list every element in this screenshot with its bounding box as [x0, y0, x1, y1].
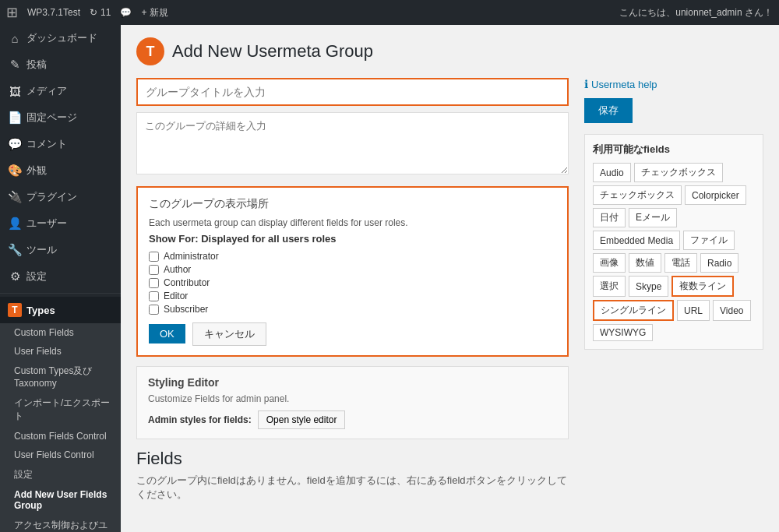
page-title: Add New Usermeta Group: [172, 41, 373, 62]
save-button[interactable]: 保存: [584, 98, 633, 123]
sidebar-item-comments[interactable]: 💬 コメント: [0, 131, 121, 157]
field-btn-colorpicker[interactable]: Colorpicker: [685, 185, 746, 205]
sidebar-item-settings[interactable]: ⚙ 設定: [0, 263, 121, 290]
field-btn-checkbox1[interactable]: チェックボックス: [634, 163, 723, 182]
fields-desc: このグループ内にfieldはありません。fieldを追加するには、右にあるfie…: [136, 474, 569, 502]
checkbox-author[interactable]: Author: [149, 264, 556, 275]
main-column: このグループの表示場所 Each usermeta group can disp…: [136, 78, 569, 502]
show-for-label: Show For: Displayed for all users roles: [149, 233, 556, 245]
pages-icon: 📄: [8, 111, 22, 125]
field-btn-date[interactable]: 日付: [593, 208, 626, 227]
content-wrap-inner: T Add New Usermeta Group このグループの表示場所 Eac…: [121, 25, 779, 514]
submenu-add-new-group[interactable]: Add New User FieldsGroup: [0, 485, 121, 515]
field-btn-file[interactable]: ファイル: [683, 231, 735, 250]
types-icon: T: [8, 303, 22, 317]
types-menu-title[interactable]: T Types: [0, 297, 121, 323]
media-icon: 🖼: [8, 85, 22, 98]
submenu-settings[interactable]: 設定: [0, 464, 121, 485]
display-box-title: このグループの表示場所: [149, 197, 556, 211]
submenu-custom-fields-control[interactable]: Custom Fields Control: [0, 427, 121, 446]
checkbox-contributor-input[interactable]: [149, 278, 159, 288]
sidebar-item-dashboard[interactable]: ⌂ ダッシュボード: [0, 25, 121, 51]
checkbox-editor[interactable]: Editor: [149, 291, 556, 301]
field-btn-url[interactable]: URL: [677, 300, 710, 321]
sidebar-item-media[interactable]: 🖼 メディア: [0, 78, 121, 104]
wp-logo-icon[interactable]: ⊞: [6, 4, 18, 21]
posts-icon: ✎: [8, 58, 22, 72]
field-btn-wysiwyg[interactable]: WYSIWYG: [593, 324, 653, 341]
new-content[interactable]: + 新規: [141, 6, 167, 19]
fields-heading: Fields: [136, 449, 569, 469]
field-btn-radio[interactable]: Radio: [700, 253, 738, 273]
checkbox-administrator[interactable]: Administrator: [149, 251, 556, 262]
submenu-user-fields[interactable]: User Fields: [0, 342, 121, 361]
available-fields-box: 利用可能なfields Audio チェックボックス チェックボックス Colo…: [584, 134, 763, 350]
admin-greeting: こんにちは、unionnet_admin さん！: [619, 6, 773, 19]
ok-button[interactable]: OK: [149, 324, 185, 344]
page-title-area: T Add New Usermeta Group: [136, 37, 763, 65]
field-btn-video[interactable]: Video: [713, 300, 750, 321]
comments-icon[interactable]: 💬: [120, 7, 132, 18]
appearance-icon: 🎨: [8, 164, 22, 178]
admin-bar: ⊞ WP3.7.1Test ↻ 11 💬 + 新規 こんにちは、unionnet…: [0, 0, 779, 25]
updates-count[interactable]: ↻ 11: [90, 7, 111, 18]
styling-editor-title: Styling Editor: [148, 376, 557, 389]
group-desc-textarea[interactable]: [136, 112, 569, 174]
styling-editor-row: Admin styles for fields: Open style edit…: [148, 410, 557, 429]
types-section: T Types Custom Fields User Fields Custom…: [0, 297, 121, 532]
field-btn-email[interactable]: Eメール: [629, 208, 677, 227]
menu-separator: [0, 293, 121, 294]
field-btn-singleline[interactable]: シングルライン: [593, 300, 674, 321]
styling-editor-row-label: Admin styles for fields:: [148, 414, 252, 425]
page-title-icon: T: [136, 37, 164, 65]
submenu-custom-fields[interactable]: Custom Fields: [0, 323, 121, 342]
right-sidebar: ℹ Usermeta help 保存 利用可能なfields Audio チェッ…: [584, 78, 763, 350]
help-link[interactable]: ℹ Usermeta help: [584, 78, 763, 90]
styling-editor-box: Styling Editor Customize Fields for admi…: [136, 366, 569, 439]
field-btn-skype[interactable]: Skype: [629, 276, 668, 297]
styling-editor-desc: Customize Fields for admin panel.: [148, 393, 557, 404]
dashboard-icon: ⌂: [8, 32, 22, 45]
display-box-desc: Each usermeta group can display differen…: [149, 217, 556, 228]
field-btn-image[interactable]: 画像: [593, 253, 626, 273]
main-content: T Add New Usermeta Group このグループの表示場所 Eac…: [121, 25, 779, 532]
cancel-button[interactable]: キャンセル: [192, 322, 266, 346]
sidebar-item-pages[interactable]: 📄 固定ページ: [0, 104, 121, 131]
field-buttons-container: Audio チェックボックス チェックボックス Colorpicker 日付 E…: [593, 163, 755, 341]
display-location-box: このグループの表示場所 Each usermeta group can disp…: [136, 186, 569, 357]
sidebar-item-plugins[interactable]: 🔌 プラグイン: [0, 184, 121, 210]
content-layout: このグループの表示場所 Each usermeta group can disp…: [136, 78, 763, 502]
sidebar-item-users[interactable]: 👤 ユーザー: [0, 210, 121, 237]
plugins-icon: 🔌: [8, 190, 22, 204]
submenu-user-fields-control[interactable]: User Fields Control: [0, 446, 121, 464]
open-style-editor-button[interactable]: Open style editor: [258, 410, 346, 429]
help-icon: ℹ: [584, 78, 588, 90]
field-btn-embedded-media[interactable]: Embedded Media: [593, 231, 680, 250]
field-btn-multiline[interactable]: 複数ライン: [671, 276, 734, 297]
checkbox-administrator-input[interactable]: [149, 252, 159, 262]
field-btn-audio[interactable]: Audio: [593, 163, 631, 182]
field-btn-number[interactable]: 数値: [629, 253, 661, 273]
comments-menu-icon: 💬: [8, 137, 22, 151]
admin-sidebar: ⌂ ダッシュボード ✎ 投稿 🖼 メディア 📄 固定ページ 💬 コメント 🎨 外…: [0, 25, 121, 532]
field-btn-select[interactable]: 選択: [593, 276, 626, 297]
submenu-import-export[interactable]: インポート/エクスポート: [0, 393, 121, 427]
settings-icon: ⚙: [8, 270, 22, 284]
sidebar-item-tools[interactable]: 🔧 ツール: [0, 237, 121, 263]
sidebar-item-appearance[interactable]: 🎨 外観: [0, 157, 121, 184]
group-title-input[interactable]: [136, 78, 569, 106]
admin-bar-items: WP3.7.1Test ↻ 11 💬 + 新規: [27, 6, 619, 19]
checkbox-contributor[interactable]: Contributor: [149, 277, 556, 288]
users-icon: 👤: [8, 217, 22, 231]
submenu-custom-types[interactable]: Custom Types及びTaxonomy: [0, 361, 121, 393]
field-btn-checkbox2[interactable]: チェックボックス: [593, 185, 682, 205]
field-btn-phone[interactable]: 電話: [664, 253, 697, 273]
submenu-access-control[interactable]: アクセス制御およびユーザロール: [0, 515, 121, 532]
checkbox-editor-input[interactable]: [149, 291, 159, 301]
site-name[interactable]: WP3.7.1Test: [27, 7, 80, 18]
checkbox-subscriber-input[interactable]: [149, 305, 159, 315]
checkbox-subscriber[interactable]: Subscriber: [149, 304, 556, 315]
sidebar-item-posts[interactable]: ✎ 投稿: [0, 51, 121, 78]
available-fields-title: 利用可能なfields: [593, 143, 755, 157]
checkbox-author-input[interactable]: [149, 265, 159, 275]
